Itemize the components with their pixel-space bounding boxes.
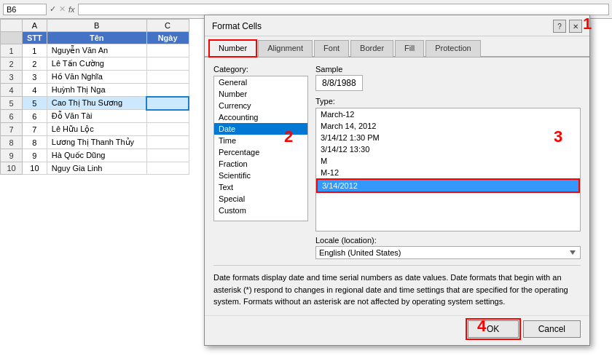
tab-alignment[interactable]: Alignment [258,40,313,57]
cell-stt[interactable]: 5 [23,97,47,110]
tab-bar: NumberAlignmentFontBorderFillProtection [205,36,589,58]
row-header-1: 1 [1,44,23,58]
cell-name[interactable]: Cao Thị Thu Sương [47,97,146,110]
cell-date[interactable] [146,71,189,84]
type-item[interactable]: March 14, 2012 [316,120,580,132]
cell-date[interactable] [146,123,189,136]
cell-name[interactable]: Hà Quốc Dũng [47,149,146,162]
corner-cell [1,20,23,32]
cell-name[interactable]: Hồ Văn Nghĩa [47,71,146,84]
cell-stt[interactable]: 7 [23,123,47,136]
cancel-button[interactable]: Cancel [523,320,581,338]
col-header-a: A [23,20,47,32]
table-row[interactable]: 88Lương Thị Thanh Thủy [1,136,189,149]
category-item-general[interactable]: General [214,76,307,88]
row-header-7: 7 [1,123,23,136]
cell-date[interactable] [146,44,189,58]
cell-stt[interactable]: 6 [23,110,47,123]
cell-name[interactable]: Nguy Gia Linh [47,162,146,175]
right-panel: Sample 8/8/1988 Type: March-12March 14, … [315,65,581,259]
table-row[interactable]: 22Lê Tấn Cường [1,58,189,71]
table-row[interactable]: 66Đỗ Văn Tài [1,110,189,123]
cell-date[interactable] [146,97,189,110]
table-row[interactable]: 33Hồ Văn Nghĩa [1,71,189,84]
row-header-9: 9 [1,149,23,162]
category-item-accounting[interactable]: Accounting [214,111,307,123]
type-item[interactable]: M [316,155,580,167]
cell-date[interactable] [146,136,189,149]
checkmark-icon[interactable]: ✓ [50,4,56,14]
cell-stt[interactable]: 8 [23,136,47,149]
category-list[interactable]: GeneralNumberCurrencyAccountingDateTimeP… [213,76,308,221]
category-label: Category: [213,65,308,74]
category-item-fraction[interactable]: Fraction [214,158,307,170]
row-header-8: 8 [1,136,23,149]
category-item-time[interactable]: Time [214,135,307,146]
locale-section: Locale (location): English (United State… [315,236,581,259]
cell-date[interactable] [146,149,189,162]
cell-stt[interactable]: 2 [23,58,47,71]
header-ten: Tên [47,32,146,44]
tab-protection[interactable]: Protection [425,40,481,57]
tab-border[interactable]: Border [350,40,393,57]
category-item-percentage[interactable]: Percentage [214,146,307,158]
cell-name[interactable]: Lê Hữu Lộc [47,123,146,136]
table-row[interactable]: 1010Nguy Gia Linh [1,162,189,175]
cell-stt[interactable]: 1 [23,44,47,58]
cell-reference[interactable] [3,4,47,15]
col-header-b: B [47,20,146,32]
type-item[interactable]: 3/14/12 13:30 [316,143,580,155]
sheet-table: A B C STT Tên Ngày 11Nguyễn Văn An22Lê T… [0,19,189,175]
cell-name[interactable]: Lương Thị Thanh Thủy [47,136,146,149]
type-item[interactable]: 3/14/2012 [316,178,580,193]
type-list[interactable]: March-12March 14, 20123/14/12 1:30 PM3/1… [315,108,581,232]
category-item-date[interactable]: Date [214,123,307,135]
sample-label: Sample [315,65,581,74]
cell-stt[interactable]: 9 [23,149,47,162]
row-header-5: 5 [1,97,23,110]
table-row[interactable]: 99Hà Quốc Dũng [1,149,189,162]
cell-name[interactable]: Lê Tấn Cường [47,58,146,71]
cell-date[interactable] [146,84,189,97]
tab-fill[interactable]: Fill [395,40,424,57]
category-item-scientific[interactable]: Scientific [214,170,307,181]
row-header-4: 4 [1,84,23,97]
table-row[interactable]: 55Cao Thị Thu Sương [1,97,189,110]
table-row[interactable]: 77Lê Hữu Lộc [1,123,189,136]
type-item[interactable]: March-12 [316,108,580,120]
category-panel: Category: GeneralNumberCurrencyAccountin… [213,65,308,259]
category-item-special[interactable]: Special [214,193,307,205]
ok-button[interactable]: OK [468,320,519,338]
cell-date[interactable] [146,58,189,71]
help-button[interactable]: ? [553,20,566,33]
dialog-body: Category: GeneralNumberCurrencyAccountin… [205,58,589,315]
category-item-currency[interactable]: Currency [214,100,307,111]
dialog-main-row: Category: GeneralNumberCurrencyAccountin… [213,65,581,259]
table-row[interactable]: 44Huỳnh Thị Nga [1,84,189,97]
header-stt: STT [23,32,47,44]
category-item-custom[interactable]: Custom [214,205,307,216]
sample-value: 8/8/1988 [315,75,363,91]
tab-font[interactable]: Font [314,40,349,57]
header-ngay: Ngày [146,32,189,44]
category-item-text[interactable]: Text [214,181,307,193]
type-item[interactable]: 3/14/12 1:30 PM [316,132,580,143]
cell-stt[interactable]: 3 [23,71,47,84]
cell-date[interactable] [146,162,189,175]
category-item-number[interactable]: Number [214,88,307,100]
cell-stt[interactable]: 10 [23,162,47,175]
locale-select[interactable]: English (United States)English (United K… [315,246,581,259]
cell-date[interactable] [146,110,189,123]
tab-number[interactable]: Number [209,40,256,57]
cell-name[interactable]: Đỗ Văn Tài [47,110,146,123]
close-button[interactable]: ✕ [569,20,582,33]
type-item[interactable]: M-12 [316,167,580,178]
formula-input[interactable]: 8/8/1988 [78,4,609,15]
table-row[interactable]: 11Nguyễn Văn An [1,44,189,58]
cell-name[interactable]: Nguyễn Văn An [47,44,146,58]
dialog-title: Format Cells [212,21,262,31]
type-label: Type: [315,97,581,106]
cell-name[interactable]: Huỳnh Thị Nga [47,84,146,97]
cell-stt[interactable]: 4 [23,84,47,97]
formula-icons: ✓ ✕ fx [50,4,75,14]
